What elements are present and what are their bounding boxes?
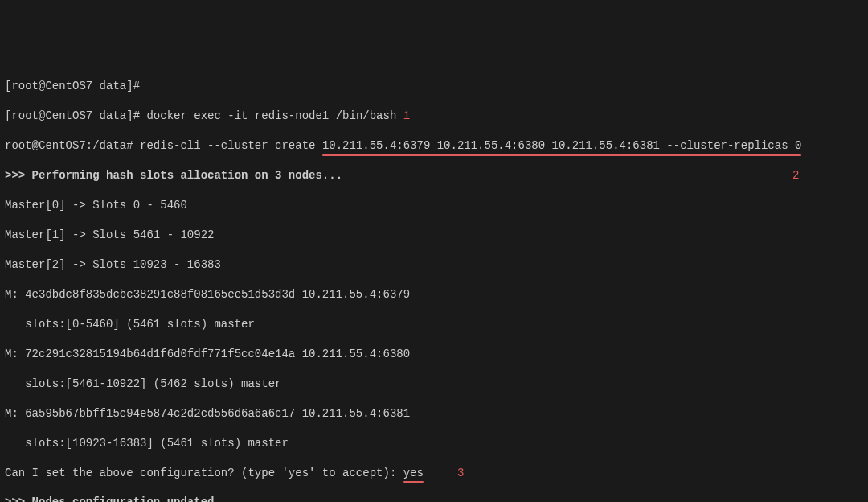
- annotation-2: 2: [792, 169, 799, 182]
- cmd-redis-cli: root@CentOS7:/data# redis-cli --cluster …: [5, 138, 863, 153]
- cmd-docker-exec: [root@CentOS7 data]# docker exec -it red…: [5, 109, 863, 123]
- output-line: M: 4e3dbdc8f835dcbc38291c88f08165ee51d53…: [5, 287, 863, 302]
- output-line: M: 72c291c32815194b64d1f6d0fdf771f5cc04e…: [5, 347, 863, 361]
- heading-slots-alloc: >>> Performing hash slots allocation on …: [5, 168, 863, 183]
- annotated-cluster-nodes: 10.211.55.4:6379 10.211.55.4:6380 10.211…: [322, 138, 802, 153]
- output-line: Master[0] -> Slots 0 - 5460: [5, 198, 863, 212]
- heading-nodes-updated: >>> Nodes configuration updated: [5, 495, 863, 502]
- output-line: slots:[5461-10922] (5462 slots) master: [5, 376, 863, 391]
- annotation-1: 1: [396, 109, 410, 122]
- prompt: root@CentOS7:/data#: [5, 139, 140, 152]
- user-input-yes: yes: [403, 466, 424, 480]
- annotation-3: 3: [457, 467, 464, 479]
- output-line: slots:[0-5460] (5461 slots) master: [5, 317, 863, 331]
- command-text: redis-cli --cluster create: [140, 139, 322, 152]
- prompt: [root@CentOS7 data]#: [5, 109, 146, 122]
- output-line: slots:[10923-16383] (5461 slots) master: [5, 436, 863, 451]
- command-text: docker exec -it redis-node1 /bin/bash: [146, 109, 396, 122]
- prompt-line: [root@CentOS7 data]#: [5, 79, 863, 93]
- output-line: Master[1] -> Slots 5461 - 10922: [5, 228, 863, 242]
- terminal-output[interactable]: [root@CentOS7 data]# [root@CentOS7 data]…: [5, 64, 863, 502]
- output-line: M: 6a595b67bbff15c94e5874c2d2cd556d6a6a6…: [5, 406, 863, 421]
- output-line: Master[2] -> Slots 10923 - 16383: [5, 257, 863, 272]
- prompt-confirmation: Can I set the above configuration? (type…: [5, 466, 863, 480]
